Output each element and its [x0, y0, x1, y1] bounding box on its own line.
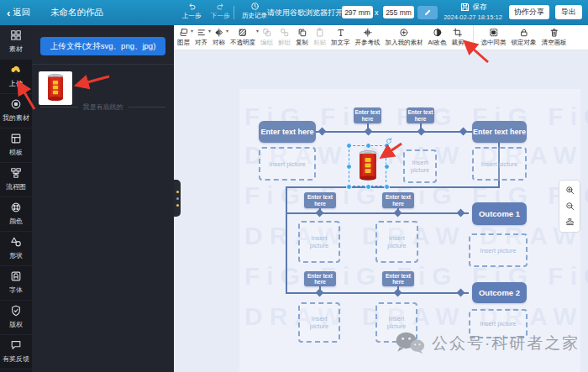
flowchart-icon	[10, 167, 22, 179]
tool-add-text[interactable]: 加文字	[328, 25, 353, 50]
tool-guides[interactable]: 开参考线	[353, 25, 383, 50]
sidebar-item-label: 字体	[0, 286, 32, 295]
selection-handle[interactable]	[365, 184, 371, 190]
tool-copy[interactable]: 复制	[293, 25, 311, 50]
sidebar-item-fonts[interactable]: 字体	[0, 266, 32, 301]
insert-picture-placeholder[interactable]: Insert picture	[375, 302, 417, 343]
flow-node-text-small[interactable]: Enter text here	[382, 192, 414, 208]
height-input[interactable]: 255 mm	[383, 6, 414, 18]
insert-picture-placeholder[interactable]: Insert picture	[298, 221, 340, 263]
insert-picture-placeholder[interactable]: Insert picture	[403, 149, 437, 183]
tool-ai-recolor[interactable]: AI改色	[426, 25, 449, 50]
insert-picture-placeholder[interactable]: Insert picture	[469, 233, 528, 267]
tool-select-same[interactable]: 选中同类	[473, 25, 509, 50]
width-input[interactable]: 297 mm	[342, 6, 373, 18]
flow-node-text[interactable]: Enter text here	[472, 121, 527, 143]
selection-handle[interactable]	[346, 143, 352, 149]
sidebar-item-copyright[interactable]: 版权	[0, 301, 32, 335]
edit-size-button[interactable]	[417, 6, 438, 19]
layers-icon	[179, 28, 189, 38]
tool-label: 锁定对象	[512, 39, 537, 47]
guides-icon	[363, 28, 373, 38]
red-can-image	[45, 73, 66, 103]
tool-clear-board[interactable]: 清空画板	[539, 25, 570, 50]
flow-node-text-small[interactable]: Enter text here	[382, 271, 414, 286]
sidebar-item-colors[interactable]: 颜色	[0, 197, 32, 232]
sidebar-item-label: 素材	[0, 45, 32, 54]
sidebar-item-shapes[interactable]: 形状	[0, 232, 32, 266]
selection-handle[interactable]	[365, 143, 371, 149]
zoom-out-icon	[565, 202, 575, 211]
sidebar-item-upload[interactable]: 上传	[0, 60, 32, 94]
tool-label: 粘贴	[313, 39, 326, 47]
upload-file-button[interactable]: 上传文件(支持svg、png、jpg)	[40, 37, 165, 55]
pan-tool-button[interactable]	[562, 215, 577, 229]
selection-handle[interactable]	[384, 164, 390, 170]
selection-handle[interactable]	[346, 184, 352, 190]
back-label: 返回	[13, 7, 30, 18]
paste-icon	[315, 28, 325, 38]
flow-node-text-small[interactable]: Enter text here	[304, 271, 336, 286]
tool-opacity[interactable]: ▾不透明度	[228, 25, 258, 50]
insert-picture-placeholder[interactable]: Insert picture	[472, 147, 527, 181]
tool-add-to-materials[interactable]: 加入我的素材	[383, 25, 426, 50]
undo-button[interactable]: 上一步	[178, 2, 205, 20]
tool-lock-object[interactable]: 锁定对象	[509, 25, 539, 50]
shapes-icon	[10, 236, 22, 248]
feedback-icon	[10, 339, 22, 351]
insert-picture-placeholder[interactable]: Insert picture	[469, 309, 528, 338]
connector-line	[286, 212, 469, 214]
flow-node-text[interactable]: Enter text here	[259, 121, 316, 143]
tool-layers[interactable]: ▾图层	[175, 25, 192, 50]
outcome-node[interactable]: Outcome 2	[472, 282, 527, 303]
export-button[interactable]: 导出	[555, 5, 582, 19]
sidebar-item-label: 颜色	[0, 217, 32, 226]
selection-handle[interactable]	[384, 184, 390, 190]
outcome-node[interactable]: Outcome 1	[472, 202, 527, 225]
history-button[interactable]: 历史记录	[239, 2, 270, 20]
sidebar-item-materials[interactable]: 素材	[0, 25, 32, 60]
back-button[interactable]: ‹ 返回	[7, 0, 30, 25]
zoom-in-icon	[565, 186, 575, 195]
selection-handle[interactable]	[346, 164, 352, 170]
edit-toolbar: ▾图层▾对齐▾对称▾不透明度编组解组复制粘贴加文字开参考线加入我的素材AI改色裁…	[174, 25, 588, 50]
selection-handle[interactable]	[384, 143, 390, 149]
uploaded-image-thumbnail[interactable]	[39, 71, 72, 105]
save-button[interactable]: 保存 2024-02-27 18:15:12	[444, 2, 502, 21]
crop-icon	[453, 28, 463, 38]
save-icon	[459, 2, 470, 13]
redo-icon	[216, 2, 225, 11]
ungroup-icon	[280, 28, 290, 38]
fonts-icon	[10, 270, 22, 282]
redo-button[interactable]: 下一步	[207, 2, 234, 20]
connector-line[interactable]	[316, 131, 472, 133]
tool-paste: 粘贴	[311, 25, 328, 50]
sidebar-item-feedback[interactable]: 有奖反馈	[0, 335, 32, 369]
selected-image-object[interactable]	[349, 145, 386, 186]
insert-picture-placeholder[interactable]: Insert picture	[259, 147, 316, 181]
tool-label: 选中同类	[481, 39, 507, 47]
flow-node-text-small[interactable]: Enter text here	[407, 107, 434, 123]
tool-label: 加入我的素材	[386, 39, 423, 47]
zoom-in-button[interactable]	[562, 183, 577, 197]
flow-node-text-small[interactable]: Enter text here	[354, 107, 381, 123]
flow-node-text-small[interactable]: Enter text here	[304, 192, 336, 208]
sidebar-item-my-materials[interactable]: 我的素材	[0, 94, 32, 128]
panel-collapse-handle[interactable]	[174, 180, 181, 217]
pan-tool-icon	[565, 217, 575, 227]
tool-label: 裁剪	[452, 39, 465, 47]
design-canvas[interactable]: FiG FiG FiG FiG FiG DRAW DRAW DRAW DRAW …	[174, 50, 588, 372]
tool-label: 不透明度	[230, 39, 255, 47]
sidebar-item-flowchart[interactable]: 流程图	[0, 163, 32, 197]
share-button[interactable]: 协作分享	[509, 5, 549, 19]
templates-icon	[10, 133, 22, 144]
tool-crop[interactable]: 裁剪	[449, 25, 467, 50]
group-icon	[262, 28, 272, 38]
insert-picture-placeholder[interactable]: Insert picture	[375, 221, 418, 263]
tool-align[interactable]: ▾对齐	[192, 25, 210, 50]
tool-mirror[interactable]: ▾对称	[210, 25, 228, 50]
insert-picture-placeholder[interactable]: Insert picture	[298, 302, 340, 343]
sidebar-item-templates[interactable]: 模板	[0, 128, 32, 163]
zoom-out-button[interactable]	[562, 199, 577, 213]
lock-object-icon	[519, 28, 529, 38]
